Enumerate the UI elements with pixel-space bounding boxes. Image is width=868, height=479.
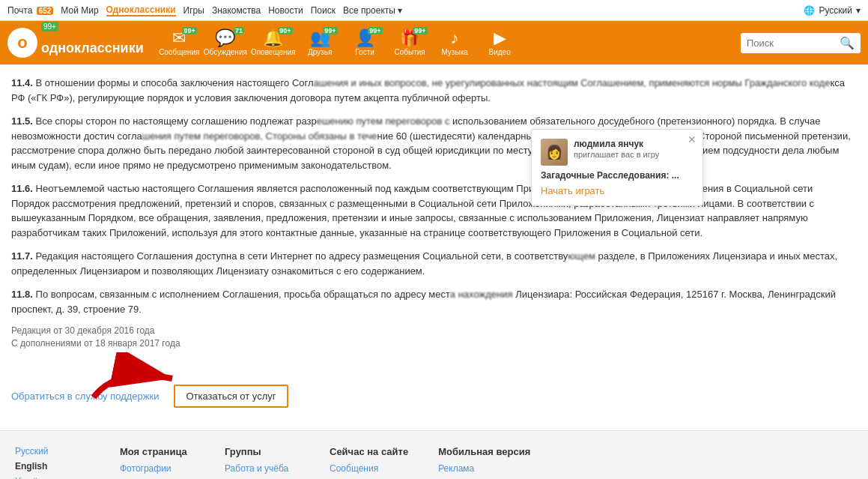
footer-on-site-title: Сейчас на сайте [330,446,408,457]
para-11-6-number: 11.6. [11,183,33,194]
nav-novosti[interactable]: Новости [268,5,303,16]
discussions-badge: 71 [234,27,244,34]
video-label: Видео [489,48,511,56]
nav-events[interactable]: 99+ 🎁 События [389,30,431,56]
messages-badge: 99+ [182,27,196,34]
notification-popup: ✕ 👩 людмила янчук приглашает вас в игру … [531,129,703,206]
top-nav-left: Почта 652 Мой Мир Одноклассники Игры Зна… [7,4,402,16]
footer-groups-title: Группы [225,446,300,457]
paragraph-11-7: 11.7. Редакция настоящего Соглашения дос… [11,249,853,278]
para-11-8-number: 11.8. [11,289,33,300]
nav-moi-mir[interactable]: Мой Мир [61,5,98,16]
para-11-5-number: 11.5. [11,115,33,127]
nav-friends[interactable]: 99+ 👥 Друзья [300,30,341,56]
footer-my-page-title: Моя страница [120,446,195,457]
header-search-input[interactable] [747,37,840,49]
avatar-image: 👩 [541,139,568,166]
top-navigation: Почта 652 Мой Мир Одноклассники Игры Зна… [0,0,868,21]
music-icon: ♪ [451,30,459,46]
footer-lang-ukrainian[interactable]: Українська [15,476,90,479]
footer-mobile: Мобильная версия Реклама Разработчикам Р… [438,446,530,479]
footer-groups-work[interactable]: Работа и учёба [225,463,300,474]
footer-mobile-title: Мобильная версия [438,446,530,457]
globe-icon: 🌐 [804,5,815,16]
notification-header: 👩 людмила янчук приглашает вас в игру [541,139,694,166]
para-11-7-number: 11.7. [11,250,33,262]
footer: Русский English Українська Қазақ тілі Հա… [0,430,868,479]
red-arrow [86,352,183,405]
nav-discussions[interactable]: 71 💬 Обсуждения [204,30,247,56]
pochta-badge: 652 [37,7,54,15]
discussions-icon: 💬 [215,30,235,46]
main-content: 11.4. В отношении формы и способа заключ… [0,64,868,430]
nav-odnoklassniki[interactable]: Одноклассники [106,4,176,16]
nav-znakomstva[interactable]: Знакомства [212,5,261,16]
header-search-button[interactable]: 🔍 [840,36,855,50]
paragraph-11-8: 11.8. По вопросам, связанным с исполнени… [11,287,853,316]
footer-my-page: Моя страница Фотографии Заметки Праздник… [120,446,195,479]
notification-close-button[interactable]: ✕ [688,133,696,145]
nav-igry[interactable]: Игры [183,5,204,16]
discussions-label: Обсуждения [204,48,247,56]
logo-icon: о [7,28,37,58]
logo-badge: 99+ [41,22,58,31]
nav-vse-proekty[interactable]: Все проекты ▾ [343,5,402,16]
notification-user-info: людмила янчук приглашает вас в игру [574,139,659,159]
footer-languages: Русский English Українська Қазақ тілі Հա… [15,446,90,479]
paragraph-11-5: 11.5. Все споры сторон по настоящему сог… [11,114,853,172]
notification-play-button[interactable]: Начать играть [541,185,604,196]
footer-ads[interactable]: Реклама [438,463,530,474]
nav-poisk[interactable]: Поиск [311,5,336,16]
footer-my-page-photos[interactable]: Фотографии [120,463,195,474]
video-icon: ▶ [494,30,506,46]
cancel-services-button[interactable]: Отказаться от услуг [174,385,288,408]
footer-lang-english[interactable]: English [15,461,90,472]
paragraph-11-4: 11.4. В отношении формы и способа заключ… [11,76,853,105]
nav-music[interactable]: ♪ Музыка [434,30,476,56]
friends-label: Друзья [308,48,332,56]
events-badge: 99+ [413,27,427,34]
friends-badge: 99+ [323,27,337,34]
events-label: События [394,48,425,56]
music-label: Музыка [441,48,467,56]
notifications-badge: 90+ [278,27,292,34]
footer-on-site-messages[interactable]: Сообщения [330,463,408,474]
logo-area[interactable]: о 99+ одноклассники [7,28,144,58]
notification-action-text: приглашает вас в игру [574,150,659,159]
footer-on-site: Сейчас на сайте Сообщения Обсуждения Опо… [330,446,408,479]
nav-messages[interactable]: 99+ ✉ Сообщения [159,30,200,56]
nav-video[interactable]: ▶ Видео [479,30,521,56]
addition-date: С дополнениями от 18 января 2017 года [11,338,853,349]
footer-groups: Группы Работа и учёба Мои игры Развлечен… [225,446,300,479]
footer-lang-russian[interactable]: Русский [15,446,90,457]
logo-text: одноклассники [41,40,144,56]
header-bar: о 99+ одноклассники 99+ ✉ Сообщения 71 💬… [0,21,868,64]
nav-pochta[interactable]: Почта 652 [7,5,53,16]
avatar: 👩 [541,139,568,166]
edition-date: Редакция от 30 декабря 2016 года [11,325,853,336]
header-search[interactable]: 🔍 [741,33,861,53]
nav-guests[interactable]: 99+ 👤 Гости [345,30,386,56]
para-11-4-number: 11.4. [11,77,33,88]
guests-badge: 99+ [368,27,382,34]
guests-label: Гости [355,48,374,56]
nav-notifications[interactable]: 90+ 🔔 Оповещения [251,30,296,56]
notifications-label: Оповещения [251,48,296,56]
paragraph-11-6: 11.6. Неотъемлемой частью настоящего Сог… [11,181,853,240]
top-nav-right[interactable]: 🌐 Русский ▾ [804,5,861,16]
messages-label: Сообщения [159,48,199,56]
notification-user-name: людмила янчук [574,139,659,149]
lang-dropdown-arrow: ▾ [856,5,861,16]
notification-game-name: Загадочные Расследования: ... [541,170,694,181]
language-selector[interactable]: Русский [819,5,852,16]
